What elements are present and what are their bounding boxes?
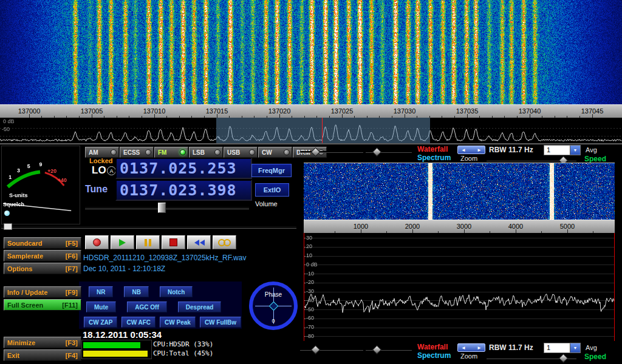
audio-frequency-scale[interactable]: 10002000300040005000 [304,220,615,234]
audio-waterfall-display[interactable] [304,163,615,220]
db-scale-label: -60 [306,315,314,321]
main-frequency-scale[interactable]: 1370001370051370101370151370201370251370… [0,104,622,119]
agc-off-button[interactable]: AGC Off [127,302,166,312]
full-screen-button[interactable]: Full Screen[F11] [4,299,81,311]
led-off-icon [111,149,117,155]
zoom-spinner-top[interactable]: ◄► [457,146,485,154]
dropdown-arrow-icon[interactable]: ▼ [570,343,580,352]
cw-zap-button[interactable]: CW ZAP [84,317,117,328]
display-settings-top: WaterfallSpectrum◄►ZoomRBW 11.7 Hz1▼AvgS… [298,144,622,164]
mode-button-am[interactable]: AM [85,147,119,158]
speed-slider-bottom[interactable] [487,353,576,363]
db-scale-label: -10 [306,271,314,277]
slider-thumb[interactable] [372,345,382,355]
soundcard-button[interactable]: Soundcard[F5] [4,237,81,249]
slider-thumb[interactable] [311,147,321,157]
waterfall-range-slider-top[interactable] [366,147,412,157]
mode-button-row: AMECSSFMLSBUSBCWDRM [85,147,327,158]
cw-afc-button[interactable]: CW AFC [121,317,156,328]
s-meter-dial: 1359+20+40 [2,146,78,223]
samplerate-button[interactable]: Samplerate[F6] [4,250,81,261]
avg-select-value[interactable]: 1 [544,343,570,352]
freqmgr-button[interactable]: FreqMgr [251,164,292,177]
mute-button[interactable]: Mute [86,302,116,312]
rewind-button[interactable] [187,235,211,249]
slider-thumb[interactable] [4,223,12,230]
mode-label: USB [227,149,240,156]
audio-spectrum-canvas[interactable] [304,233,615,341]
pause-button[interactable] [136,235,160,249]
spectrum-db-50-label: -50 [2,126,10,132]
zoom-in-arrow-icon[interactable]: ► [477,147,482,153]
db-scale-label: -20 [306,279,314,285]
waterfall-level-slider-bottom[interactable] [300,345,363,354]
mode-button-lsb[interactable]: LSB [189,147,223,158]
waterfall-range-slider-bottom[interactable] [366,345,412,354]
smeter-tick-label: 5 [27,163,30,169]
slider-track[interactable] [85,206,249,209]
extio-button[interactable]: ExtIO [255,183,289,197]
zoom-out-arrow-icon[interactable]: ◄ [461,147,466,153]
slider-track[interactable] [300,349,363,351]
audio-spectrum-display[interactable]: 3020100 dB-10-20-30-40-50-60-70-80 [304,233,615,341]
cw-peak-button[interactable]: CW Peak [160,317,196,328]
dsp-row: NRNBNotch [79,286,242,297]
slider-thumb[interactable] [311,345,321,355]
exit-button[interactable]: Exit[F4] [4,349,81,361]
db-scale-label: 0 dB [306,261,318,268]
stop-button[interactable] [162,235,185,249]
notch-button[interactable]: Notch [160,286,193,297]
minimize-button[interactable]: Minimize[F3] [4,337,81,348]
phase-indicator[interactable]: Phase 0 [249,281,298,330]
nr-button[interactable]: NR [89,286,113,297]
options-button[interactable]: Options[F7] [4,263,81,274]
info-update-button[interactable]: Info / Update[F9] [4,286,81,298]
zoom-spinner-bottom[interactable]: ◄► [457,343,485,352]
dropdown-arrow-icon[interactable]: ▼ [570,146,580,155]
avg-select-bottom[interactable]: 1▼ [544,343,581,353]
avg-select-value[interactable]: 1 [544,146,570,155]
waterfall-level-slider-top[interactable] [300,147,363,157]
avg-select-top[interactable]: 1▼ [544,145,581,155]
mode-button-usb[interactable]: USB [224,147,258,158]
loop-button[interactable] [213,235,236,249]
main-spectrum-canvas[interactable] [0,118,622,143]
slider-track[interactable] [1,226,296,229]
zoom-out-arrow-icon[interactable]: ◄ [461,345,466,351]
mode-label: FM [158,149,166,156]
volume-slider[interactable] [85,203,249,212]
led-off-icon [284,149,290,155]
cpu-meter-panel [81,340,152,359]
play-button[interactable] [111,235,134,249]
main-spectrum-display[interactable]: 0 dB -50 [0,118,622,143]
despread-button[interactable]: Despread [178,302,222,312]
db-scale-label: 30 [306,235,312,241]
slider-thumb[interactable] [158,203,166,213]
squelch-slider[interactable] [1,222,296,231]
tune-frequency-display[interactable]: 0137.023.398 [115,180,252,201]
squelch-label: Squelch [3,201,24,207]
zoom-in-arrow-icon[interactable]: ► [477,345,482,351]
zoom-label: Zoom [460,155,477,162]
main-waterfall-display[interactable] [0,0,622,104]
mode-button-fm[interactable]: FM [154,147,188,158]
smeter-tick-label: 1 [9,174,12,180]
slider-thumb[interactable] [372,147,382,157]
record-button[interactable] [85,235,109,249]
lo-frequency-display[interactable]: 0137.025.253 [115,158,252,179]
db-scale-label: 10 [306,252,312,258]
cw-fullbw-button[interactable]: CW FullBw [200,317,241,328]
mode-button-cw[interactable]: CW [258,147,292,158]
stop-icon [169,238,177,246]
slider-thumb[interactable] [559,354,569,363]
tune-label: Tune [85,184,108,195]
slider-track[interactable] [300,151,363,153]
lo-label: LO [92,164,106,177]
loop-icon [218,239,231,246]
nb-button[interactable]: NB [124,286,148,297]
lo-channel-badge[interactable]: A [107,166,116,175]
button-fkey: [F6] [66,252,78,260]
dsp-row: CW ZAPCW AFCCW PeakCW FullBw [79,317,242,328]
rbw-label: RBW 11.7 Hz [489,343,533,352]
mode-button-ecss[interactable]: ECSS [120,147,154,158]
